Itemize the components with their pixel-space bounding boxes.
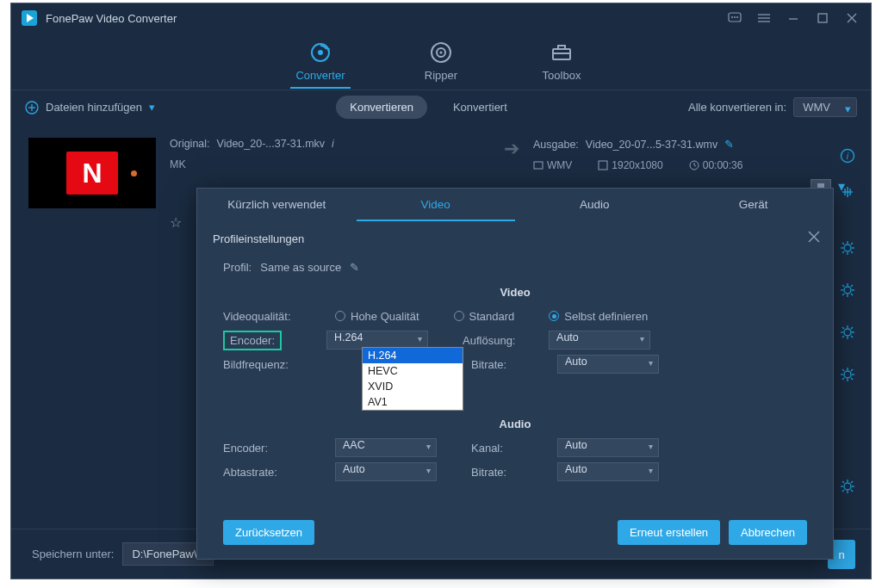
bitrate-label: Bitrate: (471, 358, 557, 371)
chevron-down-icon: ▾ (640, 334, 644, 344)
add-files-button[interactable]: Dateien hinzufügen ▾ (25, 101, 155, 115)
svg-line-63 (851, 327, 853, 329)
tab-convert[interactable]: Konvertieren (336, 96, 427, 119)
nav-ripper[interactable]: Ripper (411, 40, 471, 90)
titlebar: FonePaw Video Converter (11, 3, 871, 33)
output-format-select[interactable]: WMV ▾ (793, 97, 857, 117)
svg-line-45 (851, 243, 853, 244)
svg-point-73 (844, 483, 851, 490)
svg-line-81 (851, 481, 853, 483)
gear-icon[interactable] (840, 325, 855, 340)
svg-point-18 (440, 52, 443, 54)
modal-title: Profileinstellungen (213, 232, 304, 245)
add-files-label: Dateien hinzufügen (46, 101, 142, 114)
feedback-icon[interactable] (724, 8, 745, 28)
svg-point-15 (318, 50, 323, 55)
maximize-button[interactable] (812, 8, 833, 28)
svg-line-54 (851, 285, 853, 287)
audio-encoder-label: Encoder: (223, 442, 335, 455)
chevron-down-icon: ▾ (426, 466, 431, 475)
encoder-option-xvid[interactable]: XVID (363, 379, 463, 394)
radio-standard[interactable]: Standard (454, 310, 515, 323)
nav-toolbox[interactable]: Toolbox (531, 40, 592, 90)
chevron-down-icon: ▾ (418, 334, 422, 344)
svg-line-61 (851, 336, 853, 337)
svg-rect-25 (534, 162, 543, 169)
tab-converted[interactable]: Konvertiert (453, 96, 507, 119)
channel-select[interactable]: Auto▾ (557, 438, 659, 457)
framerate-label: Bildfrequenz: (223, 358, 335, 371)
svg-rect-20 (558, 46, 565, 49)
encoder-dropdown-list: H.264 HEVC XVID AV1 (362, 347, 463, 411)
close-icon[interactable] (807, 230, 821, 244)
video-section-title: Video (197, 286, 833, 299)
converter-icon (290, 40, 351, 65)
svg-point-55 (844, 329, 851, 336)
chevron-down-icon: ▾ (649, 442, 653, 451)
audio-bitrate-label: Bitrate: (471, 466, 557, 479)
svg-point-37 (844, 244, 851, 251)
edit-icon[interactable]: ✎ (350, 261, 359, 274)
tab-device[interactable]: Gerät (674, 189, 834, 221)
tab-video[interactable]: Video (357, 189, 516, 221)
encoder-option-av1[interactable]: AV1 (363, 394, 463, 410)
svg-point-5 (736, 16, 738, 18)
svg-text:i: i (847, 151, 849, 161)
encoder-option-hevc[interactable]: HEVC (363, 363, 463, 379)
recreate-button[interactable]: Erneut erstellen (618, 520, 720, 545)
tab-recent[interactable]: Kürzlich verwendet (197, 189, 357, 221)
nav-converter[interactable]: Converter (290, 40, 351, 90)
svg-line-51 (842, 285, 844, 287)
gear-icon[interactable] (840, 282, 855, 298)
file-format: WMV (547, 159, 572, 171)
original-filename: Video_20-...37-31.mkv (217, 138, 326, 150)
svg-line-62 (842, 336, 844, 337)
chevron-down-icon: ▾ (649, 358, 653, 368)
svg-line-78 (842, 481, 844, 483)
modal-tabs: Kürzlich verwendet Video Audio Gerät (197, 189, 833, 221)
resolution-select[interactable]: Auto▾ (549, 331, 650, 350)
video-bitrate-select[interactable]: Auto▾ (557, 355, 659, 374)
radio-high-quality[interactable]: Hohe Qualität (335, 310, 419, 323)
chevron-down-icon: ▾ (845, 102, 851, 115)
output-label: Ausgabe: (533, 139, 579, 151)
encoder-label: Encoder: (223, 331, 282, 350)
edit-icon[interactable]: ✎ (724, 138, 734, 151)
audio-section-title: Audio (197, 418, 833, 430)
cancel-button[interactable]: Abbrechen (729, 520, 807, 545)
svg-line-43 (851, 251, 853, 253)
chevron-down-icon[interactable]: ▾ (838, 178, 845, 195)
menu-icon[interactable] (754, 8, 774, 28)
svg-point-3 (731, 16, 733, 18)
close-button[interactable] (842, 8, 862, 28)
reset-button[interactable]: Zurücksetzen (223, 520, 314, 545)
output-filename: Video_20-07...5-37-31.wmv (586, 139, 717, 151)
sub-toolbar: Dateien hinzufügen ▾ Konvertieren Konver… (11, 90, 871, 124)
svg-line-69 (842, 369, 844, 371)
tab-audio[interactable]: Audio (515, 189, 674, 221)
star-icon[interactable]: ☆ (170, 214, 182, 231)
svg-line-53 (842, 294, 844, 295)
info-icon[interactable]: i (332, 138, 334, 150)
svg-line-60 (842, 327, 844, 329)
samplerate-select[interactable]: Auto▾ (335, 462, 437, 481)
video-thumbnail[interactable]: N (28, 138, 156, 208)
minimize-button[interactable] (783, 8, 804, 28)
gear-icon[interactable] (840, 479, 855, 494)
toolbox-icon (531, 40, 592, 65)
audio-encoder-select[interactable]: AAC▾ (335, 438, 437, 457)
audio-bitrate-select[interactable]: Auto▾ (557, 462, 659, 481)
svg-line-44 (842, 251, 844, 253)
gear-icon[interactable] (840, 240, 855, 256)
radio-custom[interactable]: Selbst definieren (549, 310, 648, 323)
output-format-value: WMV (803, 101, 830, 114)
profile-settings-modal: Kürzlich verwendet Video Audio Gerät Pro… (196, 188, 834, 560)
ripper-icon (411, 40, 471, 65)
svg-line-70 (851, 378, 853, 380)
clock-icon (689, 160, 699, 170)
source-format-prefix: MK (170, 158, 490, 170)
gear-icon[interactable] (840, 367, 855, 382)
encoder-option-h264[interactable]: H.264 (363, 348, 463, 363)
profile-value: Same as source (260, 261, 341, 274)
info-circle-icon[interactable]: i (840, 148, 855, 164)
